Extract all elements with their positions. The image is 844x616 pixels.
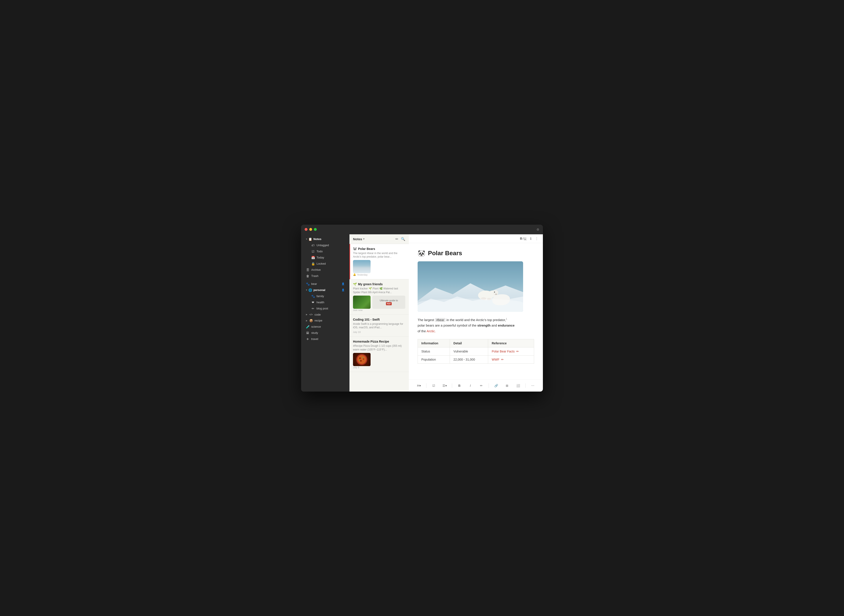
italic-button[interactable]: I — [467, 382, 474, 389]
sidebar-item-recipe[interactable]: ▶ 📦 recipe — [303, 318, 348, 324]
sidebar-item-code[interactable]: ▶ </> code — [303, 312, 348, 317]
more-toolbar-button[interactable]: ⋯ — [529, 382, 537, 389]
table-button[interactable]: ⊞ — [503, 382, 511, 389]
search-icon[interactable]: 🔍 — [401, 237, 405, 241]
polar-bear-svg — [418, 261, 523, 312]
note-list: Notes ▾ ✏ 🔍 🐼 Polar Bears The largest #b… — [350, 234, 409, 392]
settings-icon[interactable]: ⚙ — [537, 228, 540, 231]
sidebar-label-bear: bear — [311, 282, 317, 286]
bold-button[interactable]: B — [456, 382, 463, 389]
science-tag-icon: 🧪 — [306, 325, 309, 329]
sidebar-item-travel[interactable]: ✈ travel — [303, 336, 348, 342]
table-header-reference: Reference — [488, 339, 534, 348]
sidebar-item-family[interactable]: 🐾 family — [303, 293, 348, 299]
polar-bears-preview: The largest #bear in the world and the A… — [353, 251, 405, 259]
sidebar-item-blog-post[interactable]: ✏ blog post — [303, 306, 348, 311]
svg-point-16 — [487, 298, 491, 300]
notes-folder-icon: 📋 — [308, 238, 312, 241]
pizza-svg — [353, 353, 371, 366]
recipe-chevron-icon: ▶ — [306, 320, 307, 322]
note-card-title-pizza: Homemade Pizza Recipe — [353, 340, 405, 343]
personal-tag-icon: 🌐 — [308, 288, 312, 292]
table-row: Population 22,000 - 31,000 WWF ✏ — [418, 356, 534, 364]
polar-bear-facts-edit-icon[interactable]: ✏ — [516, 350, 519, 353]
note-editor: BIU ℹ ⋮ 🐼 Polar Bears — [409, 234, 543, 392]
sidebar-label-today: Today — [316, 256, 324, 259]
pizza-img-bg — [353, 353, 371, 366]
sidebar-item-todo[interactable]: ☑ Todo — [303, 249, 348, 254]
note-card-pizza[interactable]: Homemade Pizza Recipe #Recipe Pizza Doug… — [350, 337, 409, 372]
note-list-title-text: Notes — [353, 237, 362, 241]
sidebar-label-health: health — [316, 301, 324, 304]
polar-bear-facts-link[interactable]: Polar Bear Facts — [492, 350, 515, 353]
note-card-green-friends[interactable]: 🌱 My green friends Plant tracker 🌱 Plant… — [350, 279, 409, 315]
personal-badge: 👤 — [341, 289, 345, 292]
minimize-button[interactable] — [309, 228, 312, 231]
heading-button[interactable]: H▾ — [415, 382, 423, 389]
editor-title-text: Polar Bears — [428, 250, 462, 257]
personal-chevron-icon: ▾ — [306, 289, 307, 291]
svg-point-3 — [363, 358, 364, 360]
checkbox-button[interactable]: ☑ — [430, 382, 437, 389]
toolbar-divider-2 — [452, 383, 452, 388]
bold-biu-label[interactable]: B — [520, 237, 523, 240]
wwf-link[interactable]: WWF — [492, 358, 499, 361]
table-cell-pop-detail: 22,000 - 31,000 — [450, 356, 488, 364]
sidebar-item-bear[interactable]: 🐾 bear 👤 — [303, 281, 348, 287]
health-tag-icon: ❤ — [311, 301, 315, 304]
pizza-date-text: July 8 — [353, 366, 359, 369]
more-options-icon[interactable]: ⋮ — [535, 236, 538, 241]
underline-biu-label[interactable]: U — [524, 237, 526, 240]
new-note-icon[interactable]: ✏ — [396, 237, 398, 241]
notes-chevron-icon: ▾ — [306, 238, 307, 240]
list-button[interactable]: ☰▾ — [441, 382, 448, 389]
coding-preview: #code Swift is a programming language fo… — [353, 322, 405, 330]
table-header-information: Information — [418, 339, 450, 348]
sidebar-item-archive[interactable]: 🗄 Archive — [303, 267, 348, 273]
table-cell-status-info: Status — [418, 348, 450, 356]
svg-point-4 — [360, 360, 362, 362]
table-cell-status-ref[interactable]: Polar Bear Facts ✏ — [488, 348, 534, 356]
editor-body[interactable]: The largest #bear in the world and the A… — [418, 317, 534, 334]
highlight-button[interactable]: ✏ — [478, 382, 485, 389]
close-button[interactable] — [304, 228, 307, 231]
bear-badge: 👤 — [341, 282, 345, 285]
sidebar-label-family: family — [316, 295, 324, 298]
sidebar-item-today[interactable]: 📅 Today — [303, 255, 348, 260]
plant-img-bg — [353, 296, 371, 309]
green-friends-preview: Plant tracker 🌱 Plant 🌿 Watered last Spi… — [353, 287, 405, 294]
link-button[interactable]: 🔗 — [493, 382, 500, 389]
polar-bears-thumbnail — [353, 260, 371, 273]
polar-bears-date-text: Yesterday — [357, 273, 368, 276]
sidebar-label-locked: Locked — [316, 262, 326, 265]
image-button[interactable]: ⬜ — [514, 382, 522, 389]
svg-point-14 — [494, 292, 495, 292]
table-header-detail: Detail — [450, 339, 488, 348]
note-card-coding[interactable]: Coding 101 - Swift #code Swift is a prog… — [350, 315, 409, 337]
travel-tag-icon: ✈ — [306, 337, 309, 341]
sidebar-item-health[interactable]: ❤ health — [303, 299, 348, 305]
sidebar-item-science[interactable]: 🧪 science — [303, 324, 348, 330]
sidebar-item-study[interactable]: 🏛 study — [303, 330, 348, 336]
coding-date-text: July 10 — [353, 331, 361, 333]
sidebar-notes-label: Notes — [313, 238, 321, 241]
sidebar-item-locked[interactable]: 🔒 Locked — [303, 261, 348, 267]
editor-toolbar-top: BIU ℹ ⋮ — [409, 234, 543, 243]
svg-point-13 — [495, 293, 497, 295]
sidebar-label-personal: personal — [313, 288, 325, 292]
sidebar-item-trash[interactable]: 🗑 Trash — [303, 273, 348, 279]
sidebar-item-untagged[interactable]: 🏷 Untagged — [303, 242, 348, 248]
info-icon[interactable]: ℹ — [530, 236, 531, 241]
sidebar-item-personal[interactable]: ▾ 🌐 personal 👤 — [303, 287, 348, 293]
bear-tag-highlight[interactable]: #bear — [435, 318, 446, 322]
editor-content[interactable]: 🐼 Polar Bears — [409, 243, 543, 380]
maximize-button[interactable] — [314, 228, 317, 231]
wwf-edit-icon[interactable]: ✏ — [501, 358, 504, 361]
table-cell-pop-ref[interactable]: WWF ✏ — [488, 356, 534, 364]
note-card-polar-bears[interactable]: 🐼 Polar Bears The largest #bear in the w… — [350, 244, 409, 280]
arctic-link[interactable]: Arctic. — [426, 329, 436, 333]
polar-bear-image — [418, 261, 523, 312]
sidebar-label-todo: Todo — [316, 250, 323, 253]
svg-point-2 — [359, 357, 361, 359]
sidebar-notes-header[interactable]: ▾ 📋 Notes — [303, 236, 348, 242]
